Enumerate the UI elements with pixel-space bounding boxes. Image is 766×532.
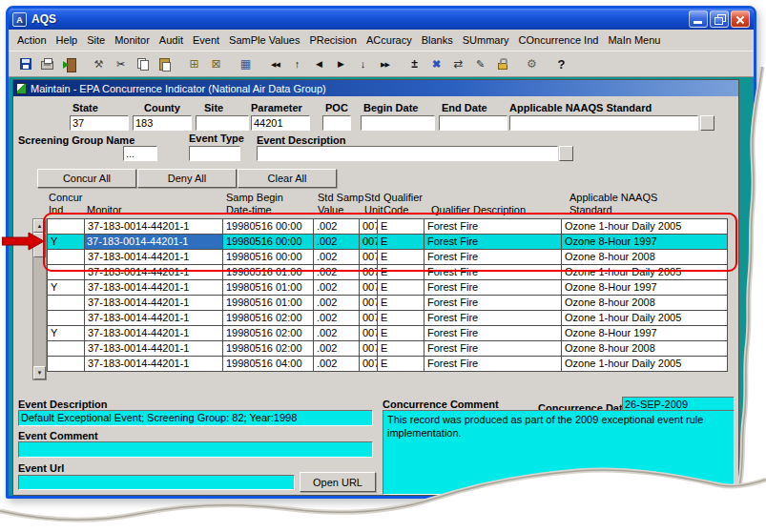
last-record-button[interactable]: ▶▶ (374, 53, 396, 74)
table-row[interactable]: 37-183-0014-44201-119980516 04:00.002007… (47, 356, 728, 372)
table-row[interactable]: 37-183-0014-44201-119980516 00:00.002007… (47, 218, 728, 235)
cell-naaqs[interactable]: Ozone 1-hour Daily 2005 (561, 264, 728, 280)
event-description-field[interactable]: Default Exceptional Event; Screening Gro… (18, 410, 373, 426)
cell-qual_desc[interactable]: Forest Fire (424, 264, 562, 280)
cell-std_value[interactable]: .002 (313, 234, 360, 250)
cell-std_unit[interactable]: 007 (359, 356, 378, 372)
cell-concur[interactable]: Y (47, 325, 85, 341)
site-field[interactable] (196, 115, 249, 131)
hammer-button[interactable]: ⚒ (88, 53, 110, 74)
menu-item-help[interactable]: Help (52, 34, 83, 46)
menu-item-audit[interactable]: Audit (155, 34, 188, 46)
cell-naaqs[interactable]: Ozone 1-hour Daily 2005 (561, 310, 728, 326)
menu-item-action[interactable]: Action (12, 34, 52, 46)
parameter-field[interactable]: 44201 (251, 115, 310, 131)
first-record-button[interactable]: ◀◀ (264, 53, 286, 74)
cell-concur[interactable] (47, 218, 85, 235)
cell-monitor[interactable]: 37-183-0014-44201-1 (84, 264, 223, 280)
end-date-field[interactable] (439, 115, 507, 131)
table-row[interactable]: 37-183-0014-44201-119980516 02:00.002007… (47, 340, 728, 357)
clear-all-button[interactable]: Clear All (238, 169, 337, 188)
naaqs-standard-field[interactable] (509, 115, 698, 131)
cell-std_unit[interactable]: 007 (359, 249, 378, 265)
cell-samp_begin[interactable]: 19980516 00:00 (222, 234, 314, 250)
copy-button[interactable] (132, 53, 154, 74)
poc-field[interactable] (322, 115, 351, 131)
cell-qual_desc[interactable]: Forest Fire (424, 295, 562, 311)
tools-button[interactable]: ⚙ (521, 53, 543, 74)
cell-qual_desc[interactable]: Forest Fire (424, 325, 562, 341)
cell-monitor[interactable]: 37-183-0014-44201-1 (84, 356, 223, 372)
duplicate-record-button[interactable]: ⊞ (183, 53, 205, 74)
scroll-up-button[interactable]: ↑ (286, 53, 308, 74)
cell-samp_begin[interactable]: 19980516 00:00 (222, 218, 314, 235)
table-row[interactable]: 37-183-0014-44201-119980516 00:00.002007… (47, 249, 728, 265)
title-bar[interactable]: AQS (9, 9, 754, 30)
cell-concur[interactable]: Y (47, 279, 85, 296)
table-row[interactable]: Y37-183-0014-44201-119980516 02:00.00200… (47, 325, 728, 341)
delete-record-button[interactable]: ✖ (425, 53, 447, 74)
table-row[interactable]: 37-183-0014-44201-119980516 02:00.002007… (47, 310, 728, 326)
print-button[interactable] (36, 53, 58, 74)
menu-item-event[interactable]: Event (188, 34, 224, 46)
scrollbar-thumb[interactable] (33, 233, 46, 257)
cell-samp_begin[interactable]: 19980516 00:00 (222, 249, 314, 265)
exit-button[interactable] (58, 53, 80, 74)
cell-std_unit[interactable]: 007 (359, 218, 378, 235)
cell-std_unit[interactable]: 007 (359, 279, 378, 296)
cell-std_unit[interactable]: 007 (359, 340, 378, 357)
cell-naaqs[interactable]: Ozone 8-Hour 1997 (561, 279, 728, 296)
deny-all-button[interactable]: Deny All (137, 169, 237, 188)
cell-concur[interactable] (47, 264, 85, 280)
cell-std_unit[interactable]: 007 (359, 295, 378, 311)
clear-record-button[interactable]: ⇄ (447, 53, 469, 74)
cell-qual_desc[interactable]: Forest Fire (424, 310, 562, 326)
minimize-button[interactable] (689, 10, 708, 28)
form-header[interactable]: Maintain - EPA Concurrence Indicator (Na… (13, 80, 738, 96)
cell-qual_desc[interactable]: Forest Fire (424, 234, 562, 250)
list-of-values-button[interactable]: ▦ (235, 53, 257, 74)
menu-item-blanks[interactable]: Blanks (417, 34, 458, 46)
cell-naaqs[interactable]: Ozone 8-hour 2008 (561, 340, 728, 357)
insert-record-button[interactable]: ± (404, 53, 425, 74)
concur-all-button[interactable]: Concur All (37, 169, 136, 188)
lock-record-button[interactable] (491, 53, 513, 74)
cell-naaqs[interactable]: Ozone 8-hour 2008 (561, 249, 728, 265)
cell-naaqs[interactable]: Ozone 8-Hour 1997 (561, 234, 728, 250)
cell-qual_code[interactable]: E (377, 279, 424, 296)
menu-item-sample-values[interactable]: SamPle Values (224, 34, 304, 46)
table-row[interactable]: Y37-183-0014-44201-119980516 00:00.00200… (47, 234, 728, 250)
screening-group-field[interactable]: ... (123, 146, 157, 161)
cell-samp_begin[interactable]: 19980516 02:00 (222, 340, 314, 357)
cell-samp_begin[interactable]: 19980516 02:00 (222, 325, 314, 341)
cell-std_value[interactable]: .002 (313, 340, 360, 357)
cell-qual_desc[interactable]: Forest Fire (424, 340, 562, 357)
remove-record-button[interactable]: ⊠ (205, 53, 227, 74)
cell-naaqs[interactable]: Ozone 1-hour Daily 2005 (561, 356, 728, 372)
event-url-field[interactable] (18, 475, 295, 490)
cell-std_value[interactable]: .002 (313, 218, 360, 235)
concurrence-comment-field[interactable]: This record was produced as part of the … (383, 410, 735, 495)
table-row[interactable]: 37-183-0014-44201-119980516 01:00.002007… (47, 295, 728, 311)
menu-item-concurrence-ind[interactable]: COncurrence Ind (514, 34, 604, 46)
cell-monitor[interactable]: 37-183-0014-44201-1 (84, 325, 223, 341)
cell-samp_begin[interactable]: 19980516 01:00 (222, 295, 314, 311)
cell-std_value[interactable]: .002 (313, 310, 360, 326)
cell-std_unit[interactable]: 007 (359, 264, 378, 280)
next-record-button[interactable]: ▶ (330, 53, 352, 74)
menu-item-monitor[interactable]: Monitor (110, 34, 155, 46)
cell-monitor[interactable]: 37-183-0014-44201-1 (84, 234, 223, 250)
table-row[interactable]: Y37-183-0014-44201-119980516 01:00.00200… (47, 279, 728, 296)
cell-qual_code[interactable]: E (377, 264, 424, 280)
cell-qual_code[interactable]: E (377, 218, 424, 235)
cell-std_value[interactable]: .002 (313, 356, 360, 372)
cell-samp_begin[interactable]: 19980516 01:00 (222, 264, 314, 280)
cell-qual_code[interactable]: E (377, 325, 424, 341)
cell-std_unit[interactable]: 007 (359, 325, 378, 341)
event-comment-field[interactable] (18, 441, 373, 458)
cell-qual_desc[interactable]: Forest Fire (424, 218, 562, 235)
close-button[interactable] (731, 10, 750, 28)
open-url-button[interactable]: Open URL (300, 472, 376, 492)
cell-samp_begin[interactable]: 19980516 02:00 (222, 310, 314, 326)
cell-monitor[interactable]: 37-183-0014-44201-1 (84, 340, 223, 357)
